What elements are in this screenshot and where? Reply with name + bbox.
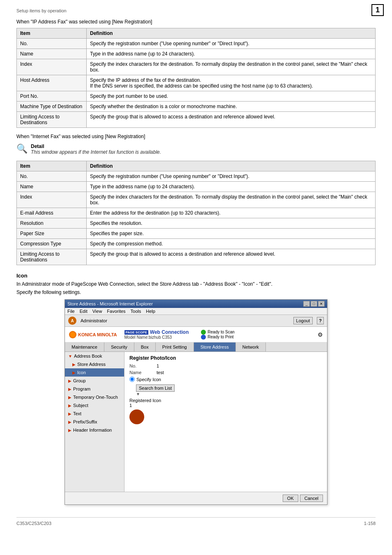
- model-name: Model Name:bizhub C353: [125, 335, 189, 340]
- person-icon: [129, 409, 144, 424]
- nav-tab-maintenance[interactable]: Maintenance: [65, 342, 104, 352]
- sidebar-label: Icon: [77, 370, 86, 375]
- gear-icon[interactable]: ⚙: [318, 331, 323, 338]
- form-section-title: Register Photo/Icon: [129, 355, 322, 361]
- browser-menu: FileEditViewFavoritesToolsHelp: [65, 308, 327, 315]
- form-row-name: Name test: [129, 370, 322, 375]
- table-row: Specify the index characters for the des…: [87, 192, 376, 208]
- table-row: Port No.: [17, 91, 87, 102]
- form-name-value: test: [157, 370, 164, 375]
- status-scan: Ready to Scan: [201, 330, 235, 335]
- sidebar-label: Program: [73, 386, 90, 391]
- sidebar-label: Temporary One-Touch: [73, 395, 118, 400]
- web-connection-brand: PAGE SCOPE Web Connection: [125, 329, 189, 335]
- specify-icon-radio[interactable]: [129, 377, 135, 382]
- footer-buttons: OK Cancel: [65, 492, 327, 504]
- table-row: Name: [17, 49, 87, 59]
- menu-item-favorites[interactable]: Favorites: [107, 309, 125, 314]
- nav-tab-print-setting[interactable]: Print Setting: [156, 342, 194, 352]
- table-row: Index: [17, 192, 87, 208]
- menu-item-edit[interactable]: Edit: [80, 309, 88, 314]
- table-row: Index: [17, 59, 87, 75]
- konica-circle-icon: [69, 331, 76, 338]
- konica-text: KONICA MINOLTA: [78, 332, 117, 337]
- sidebar-item-program[interactable]: ▶ Program: [65, 385, 124, 393]
- sidebar-item-header-information[interactable]: ▶ Header Information: [65, 426, 124, 434]
- table-row: Resolution: [17, 218, 87, 229]
- scan-status-text: Ready to Scan: [208, 330, 235, 334]
- cancel-button[interactable]: Cancel: [300, 495, 323, 502]
- table-row: Paper Size: [17, 229, 87, 239]
- table-row: Name: [17, 182, 87, 192]
- admin-label: Administrator: [81, 318, 107, 323]
- close-button[interactable]: ✕: [318, 301, 325, 307]
- table-row: No.: [17, 171, 87, 182]
- sidebar-label: Prefix/Suffix: [73, 419, 97, 424]
- maximize-button[interactable]: □: [311, 301, 317, 307]
- table-internet-fax: Item Definition No.Specify the registrat…: [16, 161, 376, 265]
- table-row: Specify the registration number ("Use op…: [87, 39, 376, 49]
- sidebar-item-store-address[interactable]: ▶ Store Address: [65, 360, 124, 368]
- header-label: Setup items by operation: [16, 8, 376, 13]
- minimize-button[interactable]: _: [303, 301, 310, 307]
- print-status-text: Ready to Print: [208, 335, 233, 339]
- menu-item-view[interactable]: View: [92, 309, 102, 314]
- search-area: Search from List ▼: [136, 384, 322, 396]
- table1-col2-header: Definition: [87, 28, 376, 39]
- table-row: Specifies the resolution.: [87, 218, 376, 229]
- table-row: E-mail Address: [17, 208, 87, 218]
- sidebar-label: Header Information: [73, 428, 112, 432]
- footer-model: C353/C253/C203: [16, 521, 51, 526]
- table-row: Machine Type of Destination: [17, 102, 87, 112]
- menu-item-help[interactable]: Help: [146, 309, 155, 314]
- dropdown-arrow-icon: ▼: [136, 392, 322, 396]
- sidebar-item-subject[interactable]: ▶ Subject: [65, 401, 124, 409]
- table-row: Specify the group that is allowed to acc…: [87, 112, 376, 128]
- table-row: Specify the port number to be used.: [87, 91, 376, 102]
- sidebar-item-group[interactable]: ▶ Group: [65, 377, 124, 385]
- specify-icon-label: Specify Icon: [136, 377, 161, 382]
- content-area: ▼ Address Book▶ Store Address▶ Icon▶ Gro…: [65, 352, 327, 492]
- menu-item-tools[interactable]: Tools: [131, 309, 141, 314]
- page-number-badge: 1: [371, 4, 384, 16]
- table-row: Compression Type: [17, 239, 87, 249]
- nav-tabs: MaintenanceSecurityBoxPrint SettingStore…: [65, 342, 327, 352]
- main-content: Register Photo/Icon No. 1 Name test Spec…: [125, 352, 327, 492]
- sidebar-item-temporary-one-touch[interactable]: ▶ Temporary One-Touch: [65, 393, 124, 401]
- sidebar-label: Store Address: [77, 362, 106, 367]
- detail-icon: 🔍: [16, 144, 28, 153]
- nav-tab-network[interactable]: Network: [236, 342, 266, 352]
- table1-col1-header: Item: [17, 28, 87, 39]
- help-button[interactable]: ?: [317, 317, 324, 324]
- table-row: Specify the group that is allowed to acc…: [87, 249, 376, 265]
- menu-item-file[interactable]: File: [67, 309, 75, 314]
- registered-icon-label: Registered Icon: [129, 398, 322, 403]
- sidebar-item-address-book[interactable]: ▼ Address Book: [65, 352, 124, 360]
- nav-tab-store-address[interactable]: Store Address: [194, 342, 236, 352]
- detail-box: 🔍 Detail This window appears if the Inte…: [16, 143, 376, 155]
- logout-button[interactable]: Logout: [293, 317, 313, 324]
- table-row: No.: [17, 39, 87, 49]
- sidebar-item-prefix/suffix[interactable]: ▶ Prefix/Suffix: [65, 418, 124, 426]
- nav-tab-security[interactable]: Security: [104, 342, 134, 352]
- detail-text: This window appears if the Internet fax …: [31, 149, 161, 155]
- footer-page: 1-158: [364, 521, 376, 526]
- table-ip-fax: Item Definition No.Specify the registrat…: [16, 28, 376, 128]
- scan-status-icon: [201, 330, 206, 335]
- sidebar-item-text[interactable]: ▶ Text: [65, 409, 124, 418]
- browser-title: Store Address - Microsoft Internet Explo…: [67, 301, 153, 306]
- icon-section-desc2: Specify the following settings.: [16, 289, 376, 295]
- nav-tab-box[interactable]: Box: [134, 342, 156, 352]
- window-controls: _ □ ✕: [303, 301, 325, 307]
- status-area: Ready to Scan Ready to Print: [201, 330, 235, 340]
- search-from-list-button[interactable]: Search from List: [136, 384, 175, 392]
- ok-button[interactable]: OK: [283, 495, 298, 502]
- sidebar-item-icon[interactable]: ▶ Icon: [65, 368, 124, 377]
- table-row: Type in the address name (up to 24 chara…: [87, 182, 376, 192]
- form-name-label: Name: [129, 370, 154, 375]
- web-connection-label: Web Connection: [150, 329, 189, 335]
- admin-icon: A: [68, 317, 76, 325]
- section2-heading: When "Internet Fax" was selected using […: [16, 134, 376, 139]
- icon-section-desc: In Administrator mode of PageScope Web C…: [16, 281, 376, 287]
- detail-content: Detail This window appears if the Intern…: [31, 143, 161, 155]
